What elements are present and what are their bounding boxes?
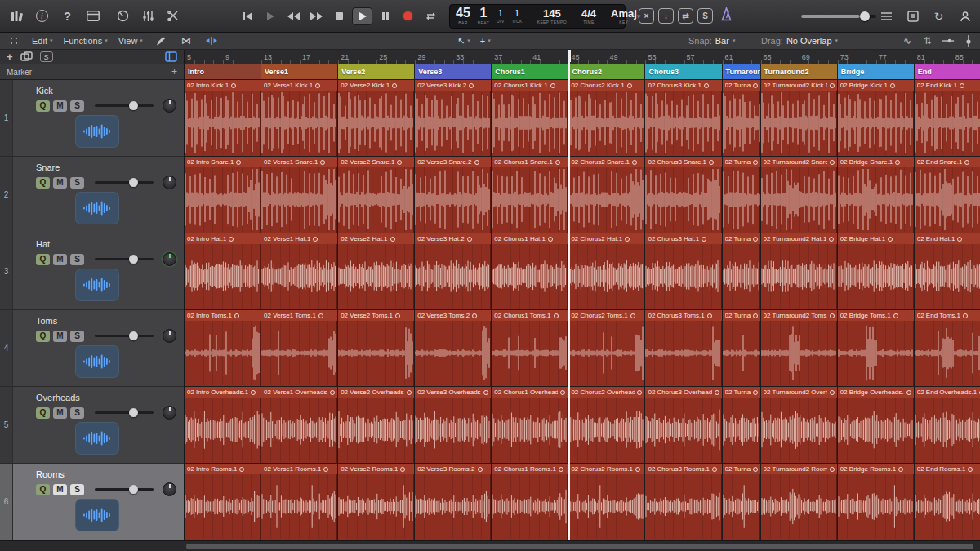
track-icon[interactable] — [75, 422, 119, 455]
region-overheads-verse3[interactable]: 02 Verse3 Overheads.2 — [415, 387, 491, 463]
mute-button[interactable]: M — [53, 100, 67, 112]
region-overheads-turnaround2[interactable]: 02 Turnaround2 Overhead — [761, 387, 837, 463]
play-from-selection-button[interactable] — [261, 7, 281, 25]
master-volume-thumb[interactable] — [860, 11, 870, 21]
marker-chorus2[interactable]: Chorus2 — [568, 64, 644, 79]
region-snare-chorus3[interactable]: 02 Chorus3 Snare.1 — [645, 157, 721, 233]
region-snare-verse1[interactable]: 02 Verse1 Snare.1 — [261, 157, 337, 233]
region-toms-turnaround[interactable]: 02 Turnaround Toms.1 — [723, 310, 760, 386]
library-icon[interactable] — [7, 7, 27, 25]
punch-in-button[interactable]: ↓ — [658, 8, 674, 24]
master-volume-slider[interactable] — [801, 15, 876, 18]
lcd-time-signature[interactable]: 4/4TIME — [581, 8, 596, 24]
replace-button[interactable]: ⇄ — [678, 8, 693, 24]
pause-button[interactable] — [375, 7, 395, 25]
marker-verse1[interactable]: Verse1 — [261, 64, 337, 79]
region-kick-verse1[interactable]: 02 Verse1 Kick.1 — [261, 80, 337, 156]
region-rooms-chorus1[interactable]: 02 Chorus1 Rooms.1 — [492, 464, 568, 540]
lcd-display[interactable]: 45BAR 1BEAT 1DIV 1TICK 145KEEP TEMPO 4/4… — [449, 4, 626, 29]
cycle-button[interactable] — [421, 7, 441, 25]
volume-slider[interactable] — [95, 181, 154, 184]
region-snare-end[interactable]: 02 End Snare.1 — [915, 157, 980, 233]
volume-slider-thumb[interactable] — [129, 331, 138, 340]
region-kick-turnaround[interactable]: 02 Turnaround Kick.1 — [723, 80, 760, 156]
volume-slider[interactable] — [95, 258, 154, 260]
region-rooms-end[interactable]: 02 End Rooms.1 — [915, 464, 980, 540]
menu-edit[interactable]: Edit▾ — [32, 36, 52, 46]
volume-slider[interactable] — [95, 335, 154, 337]
region-overheads-verse2[interactable]: 02 Verse2 Overheads.1 — [338, 387, 414, 463]
stop-button[interactable] — [329, 7, 350, 25]
region-snare-chorus2[interactable]: 02 Chorus2 Snare.1 — [568, 157, 644, 233]
smart-controls-icon[interactable] — [113, 7, 133, 25]
region-snare-verse3[interactable]: 02 Verse3 Snare.2 — [415, 157, 491, 233]
track-q-button[interactable]: Q — [36, 407, 50, 419]
solo-button[interactable]: S — [70, 254, 84, 265]
track-icon[interactable] — [75, 192, 119, 224]
marker-end[interactable]: End — [915, 64, 980, 79]
region-snare-turnaround2[interactable]: 02 Turnaround2 Snare.1 — [761, 157, 837, 233]
pan-knob[interactable] — [163, 252, 176, 266]
global-solo-button[interactable]: S — [40, 51, 53, 62]
region-overheads-intro[interactable]: 02 Intro Overheads.1 — [185, 387, 261, 463]
region-snare-intro[interactable]: 02 Intro Snare.1 — [185, 157, 261, 233]
solo-button[interactable]: S — [70, 331, 84, 342]
region-hat-turnaround[interactable]: 02 Turnaround Hat.1 — [723, 233, 760, 309]
fast-forward-button[interactable] — [306, 7, 327, 25]
automation-pencil-icon[interactable] — [154, 34, 168, 47]
mute-button[interactable]: M — [53, 407, 67, 419]
menu-functions[interactable]: Functions▾ — [63, 36, 107, 46]
region-kick-chorus1[interactable]: 02 Chorus1 Kick.1 — [492, 80, 568, 156]
pan-knob[interactable] — [163, 329, 176, 343]
pan-knob[interactable] — [163, 482, 176, 496]
track-q-button[interactable]: Q — [36, 100, 50, 112]
region-toms-verse2[interactable]: 02 Verse2 Toms.1 — [338, 310, 414, 386]
region-overheads-turnaround[interactable]: 02 Turnaround Overheads.1 — [723, 387, 760, 463]
solo-button[interactable]: S — [70, 177, 84, 189]
region-snare-chorus1[interactable]: 02 Chorus1 Snare.1 — [492, 157, 568, 233]
region-rooms-verse3[interactable]: 02 Verse3 Rooms.2 — [415, 464, 491, 540]
region-hat-chorus3[interactable]: 02 Chorus3 Hat.1 — [645, 233, 721, 309]
track-q-button[interactable]: Q — [36, 254, 50, 265]
track-q-button[interactable]: Q — [36, 177, 50, 189]
track-q-button[interactable]: Q — [36, 484, 50, 495]
region-rooms-bridge[interactable]: 02 Bridge Rooms.1 — [838, 464, 914, 540]
region-toms-chorus2[interactable]: 02 Chorus2 Toms.1 — [568, 310, 644, 386]
volume-slider[interactable] — [95, 488, 154, 491]
bar-ruler[interactable]: 5913172125293337414549535761656973778185 — [185, 50, 980, 64]
track-header-hat[interactable]: 3HatQMS — [0, 233, 184, 310]
mute-button[interactable]: M — [53, 177, 67, 189]
region-toms-end[interactable]: 02 End Toms.1 — [915, 310, 980, 386]
region-toms-turnaround2[interactable]: 02 Turnaround2 Toms.1 — [761, 310, 837, 386]
arrange-area[interactable]: 02 Intro Kick.102 Verse1 Kick.102 Verse2… — [185, 80, 980, 540]
marker-intro[interactable]: Intro — [185, 64, 261, 79]
pan-knob[interactable] — [163, 99, 176, 113]
region-overheads-end[interactable]: 02 End Overheads.1 — [915, 387, 980, 463]
scrollbar-thumb[interactable] — [186, 544, 973, 549]
region-rooms-verse2[interactable]: 02 Verse2 Rooms.1 — [338, 464, 414, 540]
user-icon[interactable] — [955, 7, 975, 25]
waveform-zoom-icon[interactable]: ∿ — [901, 34, 914, 47]
catch-playhead-icon[interactable] — [204, 34, 219, 47]
marker-turnaround[interactable]: Turnaround — [723, 64, 760, 79]
track-header-rooms[interactable]: 6RoomsQMS — [0, 464, 184, 540]
auto-track-zoom-icon[interactable]: ⇅ — [921, 34, 934, 47]
region-rooms-turnaround[interactable]: 02 Turnaround Rooms.1 — [723, 464, 760, 540]
track-header-toms[interactable]: 4TomsQMS — [0, 310, 184, 387]
horizontal-scrollbar[interactable] — [0, 540, 980, 551]
region-kick-turnaround2[interactable]: 02 Turnaround2 Kick.1 — [761, 80, 837, 156]
region-hat-intro[interactable]: 02 Intro Hat.1 — [185, 233, 261, 309]
horizontal-zoom-slider-icon[interactable] — [942, 34, 955, 47]
track-header-kick[interactable]: 1KickQMS — [0, 80, 184, 157]
region-rooms-turnaround2[interactable]: 02 Turnaround2 Rooms.1 — [761, 464, 837, 540]
region-kick-bridge[interactable]: 02 Bridge Kick.1 — [838, 80, 914, 156]
volume-slider-thumb[interactable] — [129, 178, 138, 187]
duplicate-track-button[interactable] — [20, 50, 33, 64]
marker-verse2[interactable]: Verse2 — [338, 64, 414, 79]
count-in-button[interactable]: × — [639, 8, 654, 24]
editors-icon[interactable] — [163, 7, 184, 25]
toolbar-toggle-icon[interactable] — [82, 7, 103, 25]
region-hat-bridge[interactable]: 02 Bridge Hat.1 — [838, 233, 914, 309]
marker-bridge[interactable]: Bridge — [838, 64, 914, 79]
track-header-snare[interactable]: 2SnareQMS — [0, 157, 184, 233]
